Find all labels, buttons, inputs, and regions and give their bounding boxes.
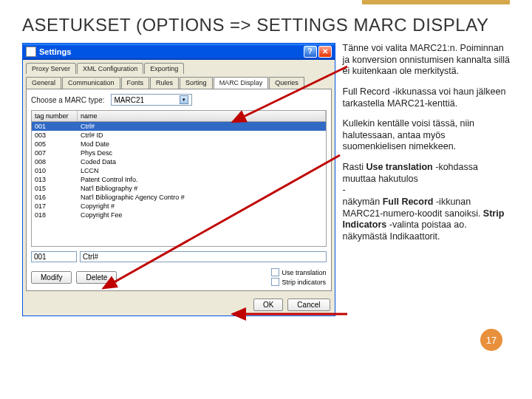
- table-row[interactable]: 007Phys Desc: [32, 149, 326, 157]
- edit-tag-input[interactable]: 001: [31, 251, 77, 262]
- cell-name: LCCN: [78, 166, 326, 175]
- col-tag[interactable]: tag number: [32, 111, 78, 121]
- marc-type-select[interactable]: MARC21 ▾: [111, 94, 192, 106]
- window-title: Settings: [39, 47, 71, 56]
- tab-rules[interactable]: Rules: [150, 77, 179, 89]
- edit-name-input[interactable]: Ctrl#: [80, 251, 327, 262]
- chevron-down-icon: ▾: [180, 95, 188, 104]
- note-2: Full Record -ikkunassa voi haun jälkeen …: [343, 86, 511, 109]
- table-row[interactable]: 005Mod Date: [32, 140, 326, 149]
- cell-tag: 010: [32, 166, 78, 175]
- strip-indicators-check[interactable]: Strip indicators: [271, 278, 326, 286]
- note-1: Tänne voi valita MARC21:n. Poiminnan ja …: [343, 43, 511, 78]
- cell-name: Copyright Fee: [78, 211, 326, 219]
- slide-number-badge: 17: [480, 329, 502, 351]
- table-row[interactable]: 008Coded Data: [32, 157, 326, 166]
- marc-type-value: MARC21: [115, 96, 145, 104]
- cell-tag: 017: [32, 202, 78, 211]
- checkbox-icon: [271, 278, 279, 286]
- checkbox-icon: [271, 268, 279, 276]
- tab-queries[interactable]: Queries: [269, 77, 304, 89]
- cell-name: Coded Data: [78, 157, 326, 166]
- side-notes: Tänne voi valita MARC21:n. Poiminnan ja …: [343, 43, 511, 316]
- note-4: Rasti Use translation -kohdassa muuttaa …: [343, 162, 511, 242]
- cell-name: Nat'l Bibliography #: [78, 184, 326, 193]
- window-icon: [26, 47, 36, 57]
- table-row[interactable]: 016Nat'l Bibliographic Agency Contro #: [32, 193, 326, 202]
- close-button[interactable]: ✕: [318, 46, 332, 58]
- table-row[interactable]: 001Ctrl#: [32, 122, 326, 131]
- marc-table[interactable]: tag number name 001Ctrl#003Ctrl# ID005Mo…: [31, 110, 327, 247]
- use-translation-check[interactable]: Use translation: [271, 268, 326, 276]
- cell-name: Mod Date: [78, 140, 326, 149]
- table-row[interactable]: 010LCCN: [32, 166, 326, 175]
- cell-tag: 003: [32, 131, 78, 140]
- modify-button[interactable]: Modify: [31, 271, 72, 284]
- cell-tag: 016: [32, 193, 78, 202]
- tab-xml[interactable]: XML Configuration: [77, 63, 143, 74]
- tabpanel: Choose a MARC type: MARC21 ▾ tag number …: [26, 89, 332, 291]
- table-row[interactable]: 003Ctrl# ID: [32, 131, 326, 140]
- col-name[interactable]: name: [78, 111, 326, 121]
- help-button[interactable]: ?: [304, 46, 317, 58]
- cell-tag: 008: [32, 157, 78, 166]
- delete-button[interactable]: Delete: [76, 271, 117, 284]
- table-row[interactable]: 013Patent Control Info.: [32, 175, 326, 184]
- cell-name: Ctrl# ID: [78, 131, 326, 140]
- cancel-button[interactable]: Cancel: [287, 299, 330, 311]
- cell-name: Phys Desc: [78, 149, 326, 157]
- tab-proxy[interactable]: Proxy Server: [26, 63, 76, 74]
- tab-exporting[interactable]: Exporting: [144, 63, 184, 74]
- ok-button[interactable]: OK: [253, 299, 283, 311]
- tab-sorting[interactable]: Sorting: [180, 77, 213, 89]
- choose-label: Choose a MARC type:: [31, 96, 105, 104]
- note-3: Kullekin kentälle voisi tässä, niin halu…: [343, 118, 511, 153]
- tab-general[interactable]: General: [26, 77, 61, 89]
- use-translation-label: Use translation: [282, 269, 326, 276]
- cell-name: Ctrl#: [78, 122, 326, 131]
- table-row[interactable]: 015Nat'l Bibliography #: [32, 184, 326, 193]
- page-title: ASETUKSET (OPTIONS => SETTINGS MARC DISP…: [22, 15, 510, 35]
- cell-tag: 007: [32, 149, 78, 157]
- tabstrip-upper: Proxy Server XML Configuration Exporting: [23, 60, 335, 74]
- table-row[interactable]: 017Copyright #: [32, 202, 326, 211]
- cell-name: Nat'l Bibliographic Agency Contro #: [78, 193, 326, 202]
- cell-name: Copyright #: [78, 202, 326, 211]
- cell-tag: 018: [32, 211, 78, 219]
- settings-window: Settings ? ✕ Proxy Server XML Configurat…: [22, 43, 335, 316]
- cell-name: Patent Control Info.: [78, 175, 326, 184]
- tab-marc-display[interactable]: MARC Display: [214, 77, 269, 89]
- cell-tag: 005: [32, 140, 78, 149]
- cell-tag: 013: [32, 175, 78, 184]
- strip-indicators-label: Strip indicators: [282, 279, 326, 286]
- cell-tag: 015: [32, 184, 78, 193]
- tabstrip-lower: General Communication Fonts Rules Sortin…: [23, 74, 335, 89]
- table-row[interactable]: 018Copyright Fee: [32, 211, 326, 219]
- cell-tag: 001: [32, 122, 78, 131]
- tab-communication[interactable]: Communication: [62, 77, 120, 89]
- accent-bar: [362, 0, 510, 4]
- titlebar[interactable]: Settings ? ✕: [23, 44, 335, 60]
- tab-fonts[interactable]: Fonts: [121, 77, 150, 89]
